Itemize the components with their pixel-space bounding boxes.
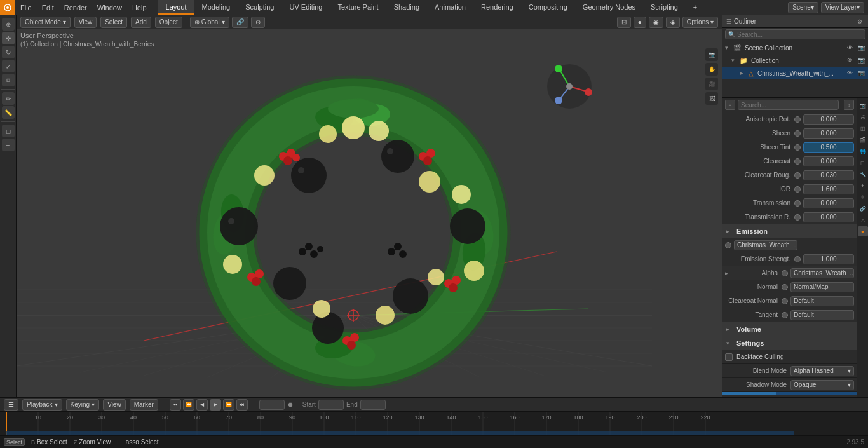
snap-btn[interactable]: 🔗 — [232, 17, 248, 28]
outliner-search[interactable] — [737, 31, 862, 38]
start-frame-input[interactable]: 1 — [318, 400, 344, 410]
menu-window[interactable]: Window — [92, 0, 127, 15]
transform-dropdown[interactable]: ⊕Global ▾ — [190, 17, 229, 28]
particles-props-icon[interactable]: ✦ — [858, 180, 868, 191]
prop-dot[interactable] — [794, 130, 801, 137]
normal-value[interactable]: Normal/Map — [790, 282, 854, 292]
viewport-shading-render[interactable]: ◈ — [666, 17, 680, 28]
footer-select[interactable]: Select — [4, 438, 25, 446]
playback-btn[interactable]: Playback ▾ — [22, 399, 62, 411]
play-back-btn[interactable]: ◀ — [196, 399, 208, 411]
sidebar-rotate-icon[interactable]: ↻ — [2, 46, 15, 58]
material-props-icon[interactable]: ● — [858, 226, 868, 236]
blend-mode-select[interactable]: Alpha Hashed ▾ — [790, 366, 854, 376]
tab-animation[interactable]: Animation — [427, 0, 473, 15]
object-camera-icon[interactable]: 📷 — [857, 69, 865, 78]
normal-dot[interactable] — [782, 284, 788, 290]
viewport-shading-solid[interactable]: ● — [634, 17, 646, 28]
timeline-menu-btn[interactable]: ☰ — [4, 399, 18, 411]
prop-value[interactable]: 0.000 — [803, 212, 854, 222]
tab-rendering[interactable]: Rendering — [473, 0, 521, 15]
marker-btn[interactable]: Marker — [130, 399, 158, 411]
footer-zoom[interactable]: Z Zoom View — [74, 438, 111, 445]
constraints-props-icon[interactable]: 🔗 — [858, 203, 868, 214]
view-menu[interactable]: View — [74, 17, 97, 28]
add-menu[interactable]: Add — [131, 17, 151, 28]
physics-props-icon[interactable]: ⚛ — [858, 192, 868, 202]
tab-geometry-nodes[interactable]: Geometry Nodes — [575, 0, 643, 15]
current-frame-input[interactable]: 1 — [259, 400, 285, 410]
menu-file[interactable]: File — [15, 0, 37, 15]
jump-end-btn[interactable]: ⏭ — [236, 399, 248, 411]
clearcoat-normal-value[interactable]: Default — [790, 296, 854, 306]
outliner-collection[interactable]: ▾ 📁 Collection 👁 📷 — [722, 54, 868, 67]
render-icon[interactable]: 📷 — [857, 43, 865, 52]
prop-value[interactable]: 1.600 — [803, 184, 854, 194]
tab-add[interactable]: + — [686, 0, 705, 15]
camera-render-icon[interactable]: 📷 — [857, 56, 865, 65]
prop-dot[interactable] — [794, 186, 801, 193]
prop-value[interactable]: 0.000 — [803, 156, 854, 166]
prop-value[interactable]: 0.030 — [803, 170, 854, 180]
hand-icon[interactable]: ✋ — [705, 63, 718, 76]
select-menu[interactable]: Select — [100, 17, 127, 28]
menu-help[interactable]: Help — [127, 0, 152, 15]
object-data-props-icon[interactable]: △ — [858, 215, 868, 225]
prop-dot[interactable] — [794, 158, 801, 165]
prop-dot[interactable] — [794, 214, 801, 221]
tangent-value[interactable]: Default — [790, 310, 854, 320]
emission-section-header[interactable]: ▸ Emission — [722, 224, 857, 238]
outliner-object[interactable]: ▸ △ Christmas_Wreath_with_... 👁 📷 — [722, 67, 868, 79]
emission-strength-value[interactable]: 1.000 — [803, 254, 854, 264]
prop-dot[interactable] — [794, 200, 801, 207]
sidebar-add-icon[interactable]: + — [2, 139, 15, 151]
step-back-btn[interactable]: ⏪ — [183, 399, 194, 411]
view-layer-props-icon[interactable]: ◫ — [858, 123, 868, 133]
emission-strength-dot[interactable] — [794, 256, 801, 262]
viewport-canvas[interactable]: X Y Z — [17, 29, 722, 397]
scene-selector[interactable]: Scene ▾ — [788, 2, 818, 13]
keying-btn[interactable]: Keying ▾ — [66, 399, 100, 411]
alpha-texture-value[interactable]: Christmas_Wreath_... — [790, 268, 854, 278]
clearcoat-normal-dot[interactable] — [782, 298, 788, 304]
prop-dot[interactable] — [794, 172, 801, 179]
object-mode-dropdown[interactable]: Object Mode ▾ — [20, 17, 71, 28]
menu-edit[interactable]: Edit — [37, 0, 59, 15]
sidebar-scale-icon[interactable]: ⤢ — [2, 60, 15, 72]
tab-shading[interactable]: Shading — [386, 0, 427, 15]
scene-props-icon[interactable]: 🎬 — [858, 135, 868, 145]
timeline-numbers[interactable]: 10 20 30 40 50 60 70 80 90 100 — [0, 412, 868, 435]
tangent-dot[interactable] — [782, 312, 788, 318]
play-btn[interactable]: ▶ — [210, 399, 221, 411]
sidebar-annotate-icon[interactable]: ✏ — [2, 92, 15, 105]
modifier-props-icon[interactable]: 🔧 — [858, 169, 868, 179]
object-menu[interactable]: Object — [155, 17, 182, 28]
sidebar-move-icon[interactable]: ✛ — [2, 32, 15, 44]
view-layer-selector[interactable]: View Layer ▾ — [821, 2, 864, 13]
sidebar-cursor-icon[interactable]: ⊕ — [2, 18, 15, 31]
filter-icon[interactable]: ⚙ — [855, 17, 864, 26]
viewport-shading-wire[interactable]: ⊡ — [617, 17, 631, 28]
prop-value[interactable]: 0.000 — [803, 128, 854, 139]
volume-section-header[interactable]: ▸ Volume — [722, 322, 857, 336]
object-props-icon[interactable]: ◻ — [858, 158, 868, 168]
alpha-dot[interactable] — [782, 270, 788, 276]
viewport[interactable]: Object Mode ▾ View Select Add Object ⊕Gl… — [17, 15, 722, 397]
blender-logo[interactable] — [0, 0, 15, 15]
camera-icon[interactable]: 📷 — [705, 48, 718, 61]
tab-layout[interactable]: Layout — [158, 0, 194, 15]
tab-modeling[interactable]: Modeling — [194, 0, 238, 15]
tab-uv-editing[interactable]: UV Editing — [281, 0, 330, 15]
props-search-input[interactable] — [738, 100, 839, 110]
footer-box-select[interactable]: B Box Select — [31, 438, 67, 445]
object-hide-icon[interactable]: 👁 — [845, 69, 854, 78]
prop-value[interactable]: 0.500 — [803, 142, 854, 153]
camera-view-icon[interactable]: 🎥 — [705, 78, 718, 90]
proportional-edit[interactable]: ⊙ — [251, 17, 265, 28]
hide-eye-icon[interactable]: 👁 — [845, 56, 854, 65]
emission-dot[interactable] — [725, 242, 731, 248]
props-filter-btn[interactable]: ≡ — [725, 100, 735, 110]
settings-section-header[interactable]: ▾ Settings — [722, 336, 857, 350]
emission-texture-value[interactable]: Christmas_Wreath_... — [734, 240, 797, 250]
tab-scripting[interactable]: Scripting — [643, 0, 686, 15]
